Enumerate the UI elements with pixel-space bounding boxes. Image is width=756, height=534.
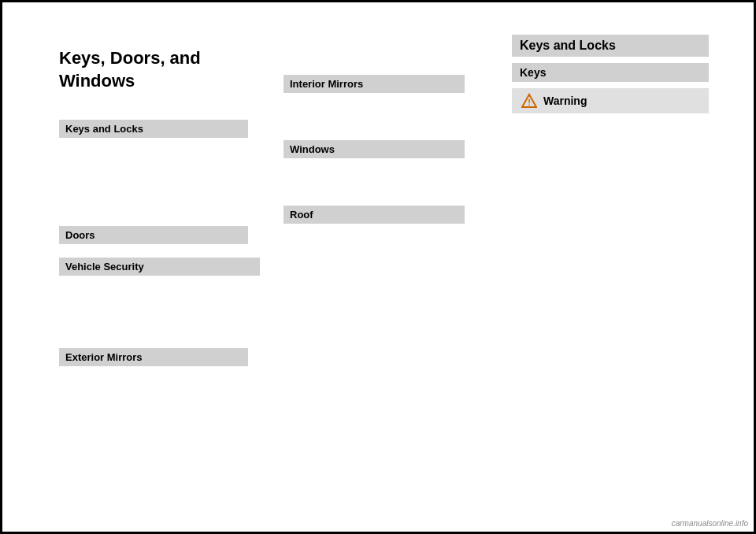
doors-header[interactable]: Doors [59, 226, 248, 244]
right-sub-title[interactable]: Keys [512, 63, 709, 82]
watermark: carmanualsonline.info [672, 519, 748, 528]
warning-box: ! Warning [512, 88, 709, 113]
page-content: Keys, Doors, and Windows Keys and Locks … [0, 0, 756, 534]
interior-mirrors-header[interactable]: Interior Mirrors [284, 75, 465, 93]
right-column: Keys and Locks Keys ! Warning [488, 0, 756, 534]
keys-and-locks-header[interactable]: Keys and Locks [59, 120, 248, 138]
roof-header[interactable]: Roof [284, 206, 465, 224]
right-title[interactable]: Keys and Locks [512, 35, 709, 57]
warning-label: Warning [543, 95, 587, 107]
main-title: Keys, Doors, and Windows [59, 47, 244, 92]
left-column: Keys, Doors, and Windows Keys and Locks … [0, 0, 268, 534]
warning-icon: ! [521, 93, 537, 109]
windows-header[interactable]: Windows [284, 140, 465, 158]
middle-column: Interior Mirrors Windows Roof [268, 0, 488, 534]
exterior-mirrors-header[interactable]: Exterior Mirrors [59, 348, 248, 366]
svg-text:!: ! [528, 98, 531, 107]
vehicle-security-header[interactable]: Vehicle Security [59, 258, 260, 276]
